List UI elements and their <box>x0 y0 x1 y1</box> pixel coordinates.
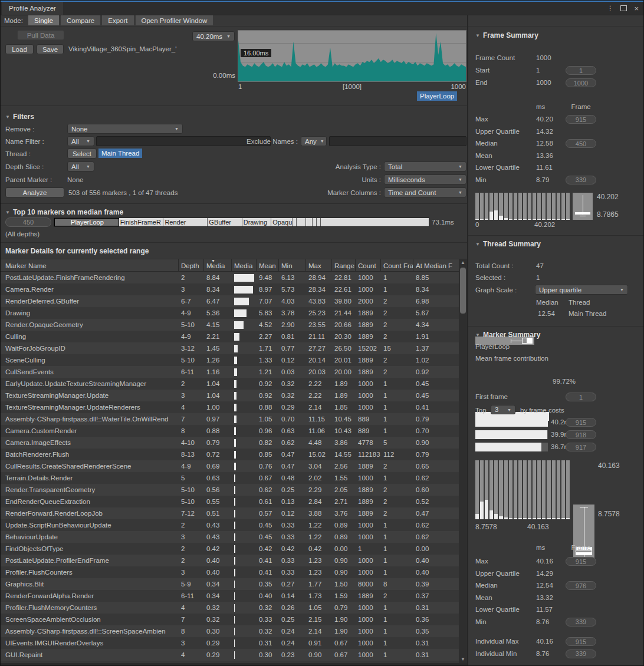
start-frame-button[interactable]: 1 <box>566 66 596 75</box>
marker-columns-dropdown[interactable]: Time and Count▼ <box>384 187 466 197</box>
table-row[interactable]: PostLateUpdate.FinishFrameRendering28.84… <box>1 272 459 283</box>
mode-button-single[interactable]: Single <box>28 15 59 25</box>
top-count-dropdown[interactable]: 3▼ <box>491 405 515 414</box>
table-row[interactable]: Terrain.Details.Render50.630.670.482.021… <box>1 472 459 484</box>
kebab-menu-icon[interactable]: ⋮ <box>607 4 614 12</box>
col-min[interactable]: Min <box>279 259 306 271</box>
col-count[interactable]: Count <box>356 259 381 271</box>
analyze-button[interactable]: Analyze <box>5 187 64 197</box>
exclude-names-input[interactable] <box>329 136 466 146</box>
marker-summary-histogram[interactable] <box>475 460 570 519</box>
pull-data-button[interactable]: Pull Data <box>17 30 64 40</box>
col-median[interactable]: ▼Media <box>204 259 232 271</box>
table-row[interactable]: Assembly-CSharp-firstpass.dll!::ScreenSp… <box>1 625 459 637</box>
table-row[interactable]: EarlyUpdate.UpdateTextureStreamingManage… <box>1 378 459 390</box>
table-row[interactable]: TextureStreamingManager.Update31.040.920… <box>1 390 459 401</box>
frame-jump-button[interactable]: 917 <box>566 443 596 451</box>
depth-slice-dropdown[interactable]: All▼ <box>67 161 94 172</box>
name-filter-mode-dropdown[interactable]: All▼ <box>67 136 94 146</box>
col-marker-name[interactable]: Marker Name <box>1 259 179 271</box>
top10-segment-render[interactable]: Render <box>163 218 208 226</box>
table-row[interactable]: Camera.Render38.348.975.7328.3422.611000… <box>1 283 459 295</box>
table-row[interactable]: Render.TransparentGeometry5-100.560.620.… <box>1 484 459 496</box>
col-median-bar[interactable]: Media <box>232 259 257 271</box>
table-row[interactable]: CullResults.CreateSharedRendererScene4-9… <box>1 460 459 472</box>
table-row[interactable]: RenderDeferred.GBuffer6-76.477.074.0343.… <box>1 295 459 307</box>
frame-summary-header[interactable]: ▼Frame Summary <box>475 31 538 39</box>
table-row[interactable]: ScreenSpaceAmbientOcclusion70.320.330.25… <box>1 614 459 625</box>
graph-scale-dropdown[interactable]: Upper quartile▼ <box>535 285 628 295</box>
table-row[interactable]: Camera.ImageEffects4-100.790.820.624.483… <box>1 437 459 449</box>
frame-jump-button[interactable]: 339 <box>566 176 596 184</box>
frame-summary-histogram[interactable] <box>475 193 570 220</box>
table-row[interactable]: Render.OpaqueGeometry5-104.154.522.9023.… <box>1 319 459 331</box>
scroll-up-icon[interactable]: ▲ <box>459 259 467 266</box>
top10-segment-drawing[interactable]: Drawing <box>242 218 272 226</box>
table-row[interactable]: Profiler.FlushMemoryCounters40.320.320.2… <box>1 602 459 614</box>
marker-details-header[interactable]: Marker Details for currently selected ra… <box>5 247 149 255</box>
window-tab[interactable]: Profile Analyzer <box>2 2 63 15</box>
frame-jump-button[interactable]: 915 <box>566 637 596 646</box>
frame-jump-button[interactable]: 915 <box>566 418 596 427</box>
mode-button-open-profiler[interactable]: Open Profiler Window <box>136 15 213 25</box>
table-row[interactable]: WaitForJobGroupID3-121.451.710.7727.2726… <box>1 342 459 354</box>
table-row[interactable]: CullSendEvents6-111.161.210.0320.0320.00… <box>1 366 459 378</box>
first-frame-button[interactable]: 1 <box>566 393 596 401</box>
frame-jump-button[interactable]: 339 <box>566 618 596 627</box>
table-vertical-scrollbar[interactable]: ▲ ▼ <box>459 259 467 663</box>
mode-button-export[interactable]: Export <box>102 15 133 25</box>
table-row[interactable]: PostLateUpdate.ProfilerEndFrame20.400.41… <box>1 555 459 566</box>
top10-segment-playerloop[interactable]: PlayerLoop <box>54 218 119 226</box>
frame-summary-boxplot[interactable] <box>573 193 593 220</box>
frame-jump-button[interactable]: 339 <box>566 649 596 658</box>
timeline-scale-dropdown[interactable]: 40.20ms▼ <box>192 31 235 41</box>
frame-jump-button[interactable]: 450 <box>566 139 596 148</box>
save-button[interactable]: Save <box>37 44 64 54</box>
table-row[interactable]: FindObjectsOfType20.420.420.420.420.0011… <box>1 543 459 555</box>
top10-segment[interactable] <box>317 218 321 226</box>
marker-summary-boxplot[interactable] <box>573 505 594 563</box>
filters-header[interactable]: ▼Filters <box>5 113 34 121</box>
top10-segment-gbuffer[interactable]: GBuffer <box>208 218 242 226</box>
scrollbar-thumb[interactable] <box>460 268 466 314</box>
col-mean[interactable]: Mean <box>257 259 279 271</box>
table-row[interactable]: EndRenderQueueExtraction5-100.550.610.13… <box>1 496 459 507</box>
table-row[interactable]: BatchRenderer.Flush8-130.720.850.4715.02… <box>1 449 459 460</box>
top10-frame-chip[interactable]: 450 <box>5 217 51 227</box>
table-row[interactable]: UIEvents.IMGUIRenderOverlays30.290.310.2… <box>1 637 459 649</box>
top10-segment-opaqu[interactable]: Opaqu <box>271 218 293 226</box>
col-range[interactable]: Range <box>332 259 356 271</box>
table-row[interactable]: Update.ScriptRunBehaviourUpdate20.430.45… <box>1 519 459 531</box>
close-icon[interactable]: × <box>634 4 639 13</box>
scroll-down-icon[interactable]: ▼ <box>459 655 467 663</box>
top10-segment[interactable] <box>321 218 429 226</box>
analysis-type-dropdown[interactable]: Total▼ <box>384 161 466 172</box>
thread-select-button[interactable]: Select <box>67 149 97 159</box>
col-at-median-frame[interactable]: At Median F <box>413 259 459 271</box>
frame-jump-button[interactable]: 918 <box>566 430 596 439</box>
top10-header[interactable]: ▼Top 10 markers on median frame <box>5 208 123 216</box>
end-frame-button[interactable]: 1000 <box>566 78 596 87</box>
load-button[interactable]: Load <box>5 44 34 54</box>
frame-time-graph[interactable]: 16.00ms <box>238 30 466 82</box>
table-row[interactable]: Profiler.FlushCounters30.400.410.331.230… <box>1 566 459 578</box>
table-row[interactable]: Drawing4-95.365.833.7825.2321.44188925.6… <box>1 307 459 319</box>
table-row[interactable]: Culling4-92.212.270.8121.1120.30188921.9… <box>1 331 459 342</box>
top10-segment-finishframer[interactable]: FinishFrameR <box>119 218 164 226</box>
col-depth[interactable]: Depth <box>179 259 204 271</box>
frame-jump-button[interactable]: 915 <box>566 115 596 124</box>
exclude-mode-dropdown[interactable]: Any▼ <box>301 136 327 146</box>
table-row[interactable]: Assembly-CSharp-firstpass.dll!::WaterTil… <box>1 413 459 425</box>
remove-dropdown[interactable]: None▼ <box>67 124 183 134</box>
maximize-icon[interactable] <box>620 5 627 11</box>
table-row[interactable]: BehaviourUpdate30.430.450.331.220.891000… <box>1 531 459 543</box>
top10-segment[interactable] <box>313 218 317 226</box>
table-row[interactable]: Graphics.Blit5-90.340.350.271.771.508000… <box>1 578 459 590</box>
table-row[interactable]: GUI.Repaint40.290.300.230.900.67100010.3… <box>1 649 459 661</box>
thread-summary-header[interactable]: ▼Thread Summary <box>475 240 541 248</box>
frame-jump-button[interactable]: 976 <box>566 581 596 590</box>
frame-jump-button[interactable]: 915 <box>566 557 596 566</box>
top10-segment[interactable] <box>297 218 306 226</box>
col-max[interactable]: Max <box>306 259 332 271</box>
mode-button-compare[interactable]: Compare <box>61 15 100 25</box>
